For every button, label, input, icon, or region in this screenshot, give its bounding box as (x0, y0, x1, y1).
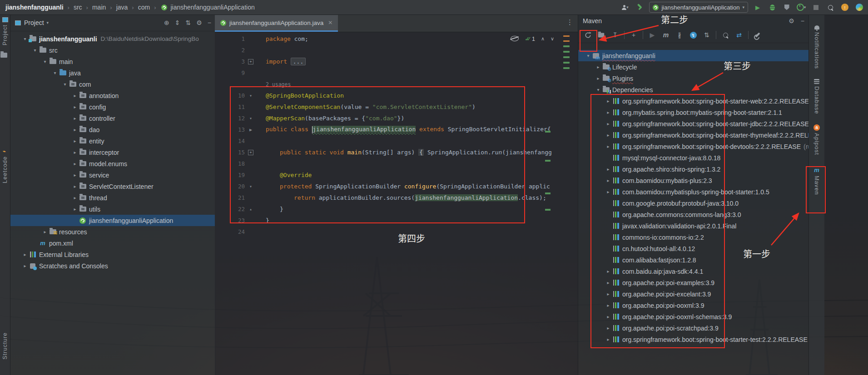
profiler-button[interactable]: ▾ (796, 2, 806, 12)
project-tree-item[interactable]: ▸annotation (10, 90, 215, 101)
project-tree-item[interactable]: jianshenfangguanliApplication (10, 215, 215, 226)
chevron-right-icon[interactable]: ▸ (71, 173, 79, 178)
maven-execute-goal-button[interactable]: m (660, 30, 672, 40)
code-line[interactable]: 24 (215, 226, 578, 237)
project-tree-item[interactable]: ▸thread (10, 192, 215, 203)
maven-toggle-offline-button[interactable]: ↯ (687, 30, 699, 40)
breadcrumb-item[interactable]: main (92, 4, 106, 11)
tool-tab-apipost[interactable]: Apipost (813, 133, 820, 155)
maven-tree-item[interactable]: ▸Lifecycle (578, 61, 809, 73)
highlighting-eye-icon[interactable] (511, 36, 519, 41)
chevron-right-icon[interactable]: ▸ (21, 252, 29, 257)
tool-tab-database[interactable]: Database (813, 86, 820, 114)
coverage-button[interactable] (782, 2, 792, 12)
project-tree-item[interactable]: ▾com (10, 79, 215, 90)
chevron-right-icon[interactable]: ▸ (71, 161, 79, 166)
chevron-right-icon[interactable]: ▸ (71, 207, 79, 212)
chevron-down-icon[interactable]: ▾ (31, 48, 39, 53)
breadcrumb-item[interactable]: src (74, 4, 82, 11)
tool-tab-leetcode[interactable]: ⌁ Leetcode (0, 148, 10, 183)
project-tree-item[interactable]: ▸service (10, 169, 215, 181)
chevron-down-icon[interactable]: ▾ (51, 70, 59, 75)
code-line[interactable]: 9 (215, 67, 578, 79)
chevron-down-icon[interactable]: ▾ (47, 20, 49, 25)
project-tree-item[interactable]: ▸Scratches and Consoles (10, 260, 215, 271)
settings-gear-icon[interactable]: ⚙ (196, 19, 202, 26)
search-everywhere-icon[interactable] (825, 2, 835, 12)
project-tree-item[interactable]: ▸config (10, 101, 215, 113)
ide-update-badge[interactable]: ↑ (840, 2, 850, 12)
next-problem-button[interactable]: ∨ (551, 36, 554, 42)
chevron-right-icon[interactable]: ▸ (71, 93, 79, 98)
tool-tab-structure[interactable]: Structure (0, 332, 10, 360)
breadcrumb-item[interactable]: com (138, 4, 150, 11)
chevron-right-icon[interactable]: ▸ (71, 150, 79, 155)
editor-error-stripe[interactable] (563, 35, 570, 73)
plugin-sphere-icon[interactable] (854, 2, 864, 12)
tool-tab-project[interactable]: Project (0, 17, 10, 59)
project-tree-item[interactable]: ▾java (10, 67, 215, 79)
maven-maven-settings-button[interactable] (752, 30, 764, 40)
maven-run-build-button[interactable]: ▶ (646, 30, 658, 40)
chevron-right-icon[interactable]: ▸ (71, 127, 79, 132)
fold-expand-icon[interactable]: + (248, 59, 253, 64)
breadcrumb-item[interactable]: java (116, 4, 128, 11)
chevron-right-icon[interactable]: ▸ (21, 263, 29, 268)
run-configuration-select[interactable]: jianshenfangguanliApplication ▾ (649, 2, 748, 13)
project-tree-item[interactable]: ▸resources (10, 226, 215, 237)
close-tab-icon[interactable]: ✕ (328, 20, 332, 26)
maven-add-maven-project-button[interactable]: + (628, 30, 640, 40)
gutter-plus-icon[interactable]: + (245, 59, 257, 64)
project-panel-title[interactable]: Project (24, 19, 44, 26)
project-tree-item[interactable]: ▾jianshenfangguanliD:\BaiduNetdiskDownlo… (10, 33, 215, 44)
expand-all-button[interactable]: ⇕ (175, 19, 180, 26)
chevron-right-icon[interactable]: ▸ (71, 104, 79, 109)
chevron-right-icon[interactable]: ▸ (71, 195, 79, 200)
hide-panel-button[interactable]: − (801, 17, 804, 25)
project-tree-item[interactable]: ▸interceptor (10, 147, 215, 158)
breadcrumb-item[interactable]: jianshenfangguanli (5, 4, 64, 11)
chevron-down-icon[interactable]: ▾ (585, 53, 592, 58)
tool-tab-notifications[interactable]: Notifications (813, 32, 820, 69)
locate-file-button[interactable]: ⊕ (164, 19, 169, 26)
hide-panel-button[interactable]: − (208, 19, 211, 26)
more-tabs-icon[interactable]: ⋮ (566, 18, 573, 26)
chevron-down-icon[interactable]: ▾ (41, 59, 49, 64)
chevron-right-icon[interactable]: ▸ (71, 138, 79, 143)
project-tree-item[interactable]: mpom.xml (10, 237, 215, 249)
editor-tab-active[interactable]: jianshenfangguanliApplication.java ✕ (215, 15, 338, 32)
project-tree-item[interactable]: ▾src (10, 44, 215, 56)
build-hammer-icon[interactable] (635, 2, 645, 12)
maven-tree-item[interactable]: ▸Plugins (578, 73, 809, 84)
stop-button[interactable] (811, 2, 821, 12)
maven-skip-tests-button[interactable]: ∦ (674, 30, 685, 40)
user-account-icon[interactable]: ▾ (620, 2, 630, 12)
chevron-down-icon[interactable]: ▾ (595, 87, 602, 92)
breadcrumb[interactable]: jianshenfangguanli›src›main›java›com›jia… (0, 4, 255, 11)
maven-download-sources-button[interactable]: ↧ (609, 30, 621, 40)
project-tree-item[interactable]: ▸controller (10, 113, 215, 124)
project-tree-item[interactable]: ▸dao (10, 124, 215, 135)
chevron-down-icon[interactable]: ▾ (61, 82, 69, 87)
project-tree-item[interactable]: ▸External Libraries (10, 249, 215, 260)
collapse-all-button[interactable]: ⇅ (186, 19, 191, 26)
chevron-right-icon[interactable]: ▸ (71, 184, 79, 189)
project-tree-item[interactable]: ▸utils (10, 203, 215, 215)
maven-collapse-all-button[interactable]: ⇅ (701, 30, 713, 40)
settings-gear-icon[interactable]: ⚙ (789, 17, 794, 25)
breadcrumb-item[interactable]: jianshenfangguanliApplication (170, 4, 254, 11)
debug-button[interactable] (767, 2, 777, 12)
chevron-right-icon[interactable]: ▸ (595, 64, 602, 69)
maven-tree-item[interactable]: ▾jianshenfangguanli (578, 50, 809, 61)
chevron-down-icon[interactable]: ▾ (21, 36, 29, 41)
project-tree-item[interactable]: ▾main (10, 56, 215, 67)
inspection-ok-badge[interactable]: ✓✓1 (525, 35, 535, 43)
code-line[interactable]: 3+import ... (215, 56, 578, 67)
notifications-bell-icon[interactable] (814, 25, 819, 30)
run-button[interactable]: ▶ (753, 2, 763, 12)
maven-search-artifact-button[interactable] (719, 30, 731, 40)
prev-problem-button[interactable]: ∧ (541, 36, 545, 42)
project-tree-item[interactable]: ▸ServletContextListener (10, 181, 215, 192)
project-tree-item[interactable]: ▸model.enums (10, 158, 215, 169)
chevron-right-icon[interactable]: ▸ (71, 116, 79, 121)
